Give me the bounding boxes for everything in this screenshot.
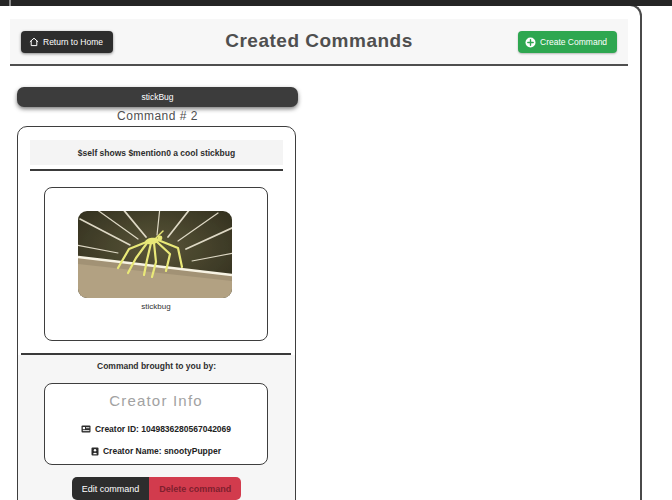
plus-circle-icon [525,37,536,48]
top-bar-divider [9,0,11,6]
command-name: stickBug [141,92,173,102]
page-content: Created Commands Return to Home Create C… [0,0,672,500]
create-command-button[interactable]: Create Command [518,31,617,53]
brought-by-label: Command brought to you by: [18,361,295,371]
contact-book-icon [91,447,99,456]
edit-command-button[interactable]: Edit command [72,477,150,500]
divider [21,353,291,355]
divider [30,169,283,171]
creator-name-text: Creator Name: snootyPupper [103,446,221,456]
return-to-home-label: Return to Home [43,37,103,47]
home-icon [29,37,39,47]
id-card-icon [81,425,91,433]
creator-info-panel: Creator Info Creator ID: 104983628056704… [44,383,268,465]
image-caption: stickbug [45,302,267,311]
command-message: $self shows $mention0 a cool stickbug [30,140,283,165]
screen: Created Commands Return to Home Create C… [0,0,672,500]
stickbug-image [78,211,232,298]
creator-info-heading: Creator Info [45,392,267,409]
window-top-bar [0,0,672,6]
creator-name-row: Creator Name: snootyPupper [45,446,267,456]
card-actions: Edit command Delete command [18,477,295,500]
creator-id-row: Creator ID: 1049836280567042069 [45,424,267,434]
command-name-banner: stickBug [17,87,298,107]
create-command-label: Create Command [540,37,607,47]
delete-command-button[interactable]: Delete command [149,477,241,500]
command-number: Command # 2 [17,109,298,123]
command-image-panel: stickbug [44,187,268,341]
return-to-home-button[interactable]: Return to Home [21,31,113,53]
creator-id-text: Creator ID: 1049836280567042069 [95,424,231,434]
command-card: $self shows $mention0 a cool stickbug [17,126,296,500]
page-header: Created Commands Return to Home Create C… [10,19,628,66]
